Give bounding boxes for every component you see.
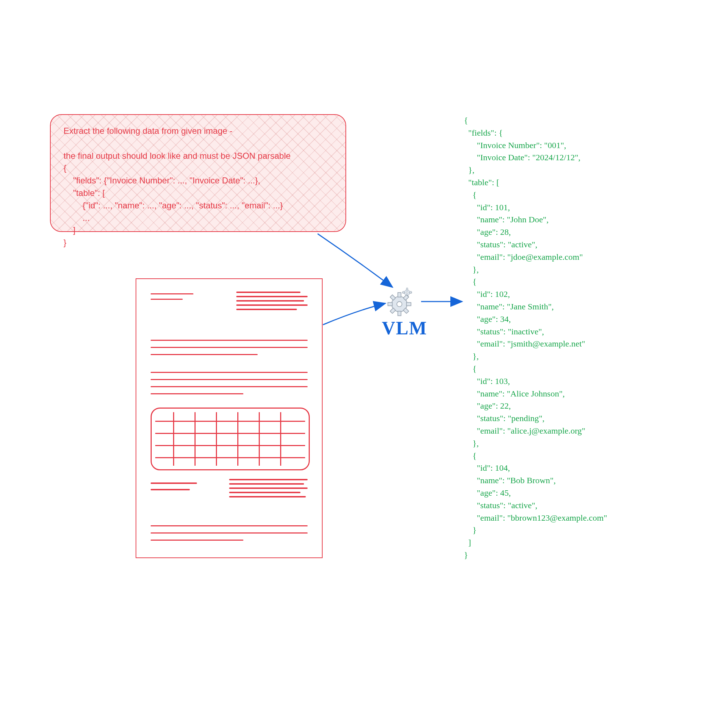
out-line: "email": "alice.j@example.org": [464, 426, 585, 435]
out-line: "id": 101,: [464, 203, 510, 212]
out-line: "name": "John Doe",: [464, 215, 549, 224]
out-line: "status": "pending",: [464, 414, 544, 423]
arrow-prompt-to-vlm: [318, 234, 393, 287]
prompt-line: ]: [64, 225, 75, 235]
out-line: {: [464, 190, 477, 199]
out-line: },: [464, 265, 479, 274]
prompt-box: Extract the following data from given im…: [50, 114, 346, 232]
out-line: "email": "jdoe@example.com": [464, 252, 583, 262]
prompt-line: ...: [64, 213, 90, 223]
prompt-line: Extract the following data from given im…: [64, 126, 232, 136]
vlm-label: VLM: [382, 318, 427, 339]
out-line: ]: [464, 538, 471, 547]
json-output: { "fields": { "Invoice Number": "001", "…: [464, 114, 707, 561]
document-sketch: [136, 278, 323, 558]
out-line: "fields": {: [464, 128, 503, 138]
prompt-line: {"id": ..., "name": ..., "age": ..., "st…: [64, 200, 283, 210]
prompt-line: "fields": {"Invoice Number": ..., "Invoi…: [64, 176, 260, 185]
out-line: "Invoice Number": "001",: [464, 141, 566, 150]
prompt-line: the final output should look like and mu…: [64, 151, 291, 161]
out-line: "name": "Bob Brown",: [464, 476, 556, 485]
out-line: "id": 102,: [464, 289, 510, 299]
out-line: "id": 103,: [464, 376, 510, 386]
svg-rect-11: [398, 293, 401, 297]
out-line: {: [464, 277, 477, 286]
out-line: "status": "inactive",: [464, 327, 544, 336]
out-line: {: [464, 116, 468, 125]
out-line: {: [464, 451, 477, 460]
out-line: "email": "bbrown123@example.com": [464, 513, 607, 522]
out-line: "age": 45,: [464, 488, 511, 497]
out-line: "id": 104,: [464, 463, 510, 473]
out-line: "name": "Alice Johnson",: [464, 389, 564, 398]
out-line: },: [464, 165, 475, 174]
document-table-region: [151, 408, 310, 470]
arrow-document-to-vlm: [323, 303, 385, 325]
out-line: "Invoice Date": "2024/12/12",: [464, 153, 580, 162]
out-line: }: [464, 550, 468, 560]
prompt-line: {: [64, 163, 66, 173]
out-line: {: [464, 364, 477, 373]
out-line: "email": "jsmith@example.net": [464, 339, 585, 348]
gears-icon: [387, 286, 419, 318]
out-line: "status": "active",: [464, 501, 537, 510]
out-line: "age": 22,: [464, 401, 511, 410]
svg-rect-12: [398, 311, 401, 316]
out-line: },: [464, 352, 479, 361]
out-line: }: [464, 525, 477, 535]
out-line: "age": 34,: [464, 314, 511, 324]
out-line: "status": "active",: [464, 240, 537, 249]
svg-point-19: [397, 301, 402, 307]
out-line: },: [464, 439, 479, 448]
prompt-line: }: [64, 238, 66, 247]
svg-rect-14: [388, 303, 393, 306]
out-line: "age": 28,: [464, 227, 511, 237]
svg-rect-13: [407, 303, 411, 306]
out-line: "name": "Jane Smith",: [464, 302, 554, 311]
prompt-line: "table": [: [64, 188, 105, 198]
svg-point-9: [406, 292, 408, 293]
out-line: "table": [: [464, 178, 499, 187]
svg-rect-1: [407, 288, 408, 290]
